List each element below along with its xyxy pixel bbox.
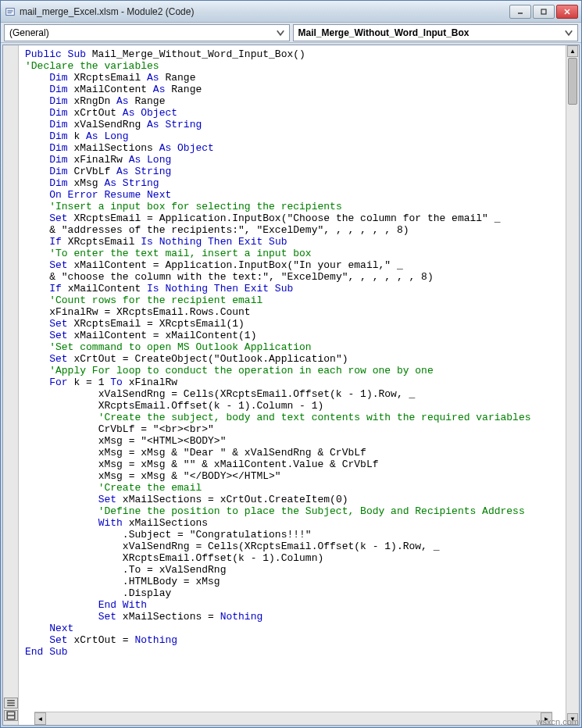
scroll-left-arrow[interactable]: ◄: [34, 712, 46, 725]
chevron-down-icon: [275, 27, 286, 38]
object-proc-bar: (General) Mail_Merge_Without_Word_Input_…: [1, 23, 581, 43]
close-button[interactable]: [556, 5, 578, 19]
chevron-down-icon: [563, 27, 574, 38]
horizontal-scrollbar[interactable]: ◄ ►: [34, 712, 552, 725]
view-gutter: [3, 45, 19, 725]
code-text[interactable]: Public Sub Mail_Merge_Without_Word_Input…: [19, 45, 566, 661]
module-icon: [4, 5, 16, 18]
object-dropdown-value: (General): [9, 27, 49, 38]
svg-rect-5: [541, 9, 546, 14]
titlebar[interactable]: mail_merge_Excel.xlsm - Module2 (Code): [1, 1, 581, 23]
code-pane: Public Sub Mail_Merge_Without_Word_Input…: [2, 45, 580, 726]
scroll-thumb[interactable]: [568, 58, 577, 105]
procedure-dropdown[interactable]: Mail_Merge_Without_Word_Input_Box: [293, 24, 579, 41]
vba-window: mail_merge_Excel.xlsm - Module2 (Code) (…: [0, 0, 582, 728]
full-module-view-button[interactable]: [4, 710, 18, 721]
procedure-view-button[interactable]: [4, 698, 18, 708]
minimize-button[interactable]: [509, 5, 531, 19]
scroll-up-arrow[interactable]: ▲: [567, 45, 578, 57]
vertical-scrollbar[interactable]: ▲ ▼: [566, 45, 579, 725]
window-title: mail_merge_Excel.xlsm - Module2 (Code): [20, 6, 509, 17]
code-scroll[interactable]: Public Sub Mail_Merge_Without_Word_Input…: [19, 45, 566, 725]
maximize-button[interactable]: [533, 5, 555, 19]
watermark: wsxcn.com: [537, 717, 579, 726]
procedure-dropdown-value: Mail_Merge_Without_Word_Input_Box: [298, 27, 470, 38]
object-dropdown[interactable]: (General): [4, 24, 290, 41]
